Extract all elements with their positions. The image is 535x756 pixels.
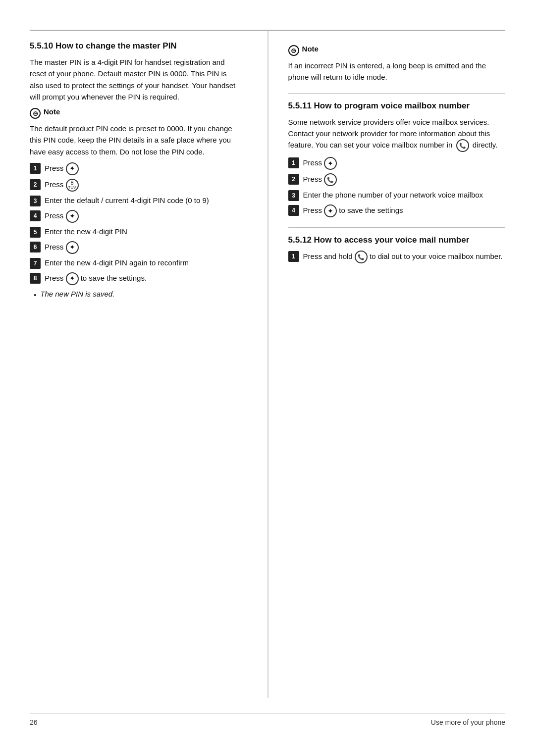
step-content-512-1: Press and hold 📞 to dial out to your voi… <box>303 251 505 263</box>
note-title-511-top: Note <box>302 45 319 53</box>
step-510-6: 6 Press ✦ <box>30 241 238 254</box>
step-510-2: 2 Press 8TUV <box>30 179 238 192</box>
step-510-1: 1 Press ✦ <box>30 162 238 175</box>
step-512-1: 1 Press and hold 📞 to dial out to your v… <box>288 251 505 263</box>
note-content-510: Note <box>44 107 60 116</box>
step-content-510-6: Press ✦ <box>45 241 238 254</box>
page-number: 26 <box>30 718 38 726</box>
step-510-3: 3 Enter the default / current 4-digit PI… <box>30 195 238 206</box>
section-511-intro: Some network service providers offer voi… <box>288 116 505 152</box>
section-label: Use more of your phone <box>431 718 505 726</box>
note-box-511-top: ⊝ Note <box>288 45 505 56</box>
note-icon-511-top: ⊝ <box>288 45 299 56</box>
step-content-511-4: Press ✦ to save the settings <box>303 204 505 217</box>
step-content-510-5: Enter the new 4-digit PIN <box>45 226 238 238</box>
bullet-item-510: • The new PIN is saved. <box>34 289 238 301</box>
step-num-510-8: 8 <box>30 273 41 284</box>
step-510-5: 5 Enter the new 4-digit PIN <box>30 226 238 238</box>
step-num-512-1: 1 <box>288 251 299 262</box>
step-num-511-3: 3 <box>288 190 299 201</box>
step-510-7: 7 Enter the new 4-digit PIN again to rec… <box>30 257 238 269</box>
mailbox-icon-511-2: 📞 <box>324 173 337 186</box>
section-510-intro: The master PIN is a 4-digit PIN for hand… <box>30 56 238 102</box>
step-content-510-8: Press ✦ to save the settings. <box>45 272 238 285</box>
step-num-511-4: 4 <box>288 205 299 216</box>
step-content-510-2: Press 8TUV <box>45 179 238 192</box>
step-511-4: 4 Press ✦ to save the settings <box>288 204 505 217</box>
section-divider-511 <box>288 93 505 94</box>
nav-icon-6: ✦ <box>66 241 79 254</box>
nav-icon-1: ✦ <box>66 162 79 175</box>
note-title-510: Note <box>44 107 60 116</box>
nav-icon-511-4: ✦ <box>324 204 337 217</box>
step-content-510-3: Enter the default / current 4-digit PIN … <box>45 195 238 206</box>
icon-8-key: 8TUV <box>66 179 79 192</box>
note-box-510: ⊝ Note <box>30 107 238 119</box>
bullet-text-510: The new PIN is saved. <box>40 289 114 300</box>
step-num-511-1: 1 <box>288 157 299 168</box>
section-511-heading: 5.5.11 How to program voice mailbox numb… <box>288 101 505 111</box>
left-column: 5.5.10 How to change the master PIN The … <box>30 31 258 698</box>
nav-icon-8: ✦ <box>66 272 79 285</box>
page-footer: 26 Use more of your phone <box>30 713 505 726</box>
bullet-dot: • <box>34 290 36 301</box>
step-510-4: 4 Press ✦ <box>30 210 238 223</box>
nav-icon-4: ✦ <box>66 210 79 223</box>
step-content-511-2: Press 📞 <box>303 173 505 186</box>
page: 5.5.10 How to change the master PIN The … <box>0 0 535 756</box>
step-list-512: 1 Press and hold 📞 to dial out to your v… <box>288 251 505 263</box>
step-510-8: 8 Press ✦ to save the settings. <box>30 272 238 285</box>
mailbox-icon-512-1: 📞 <box>355 251 368 263</box>
step-511-2: 2 Press 📞 <box>288 173 505 186</box>
step-num-510-5: 5 <box>30 227 41 238</box>
bullet-list-510: • The new PIN is saved. <box>34 289 238 301</box>
step-num-510-2: 2 <box>30 179 41 190</box>
step-num-510-7: 7 <box>30 258 41 269</box>
nav-icon-511-1: ✦ <box>324 157 337 170</box>
step-content-511-1: Press ✦ <box>303 157 505 170</box>
section-511-intro2: directly. <box>473 141 498 149</box>
step-content-510-1: Press ✦ <box>45 162 238 175</box>
step-list-510: 1 Press ✦ 2 Press 8TUV 3 Enter the defau… <box>30 162 238 285</box>
note-text-511-top: If an incorrect PIN is entered, a long b… <box>288 60 505 83</box>
step-content-510-7: Enter the new 4-digit PIN again to recon… <box>45 257 238 269</box>
mailbox-icon-intro: 📞 <box>456 139 469 152</box>
section-512-heading: 5.5.12 How to access your voice mail num… <box>288 235 505 246</box>
note-icon-510: ⊝ <box>30 108 41 119</box>
right-column: ⊝ Note If an incorrect PIN is entered, a… <box>278 31 505 698</box>
step-content-511-3: Enter the phone number of your network v… <box>303 190 505 201</box>
step-511-1: 1 Press ✦ <box>288 157 505 170</box>
note-text-510: The default product PIN code is preset t… <box>30 123 238 157</box>
section-510-heading: 5.5.10 How to change the master PIN <box>30 41 238 51</box>
section-divider-512 <box>288 227 505 228</box>
step-content-510-4: Press ✦ <box>45 210 238 223</box>
note-content-511-top: Note <box>302 45 319 53</box>
columns: 5.5.10 How to change the master PIN The … <box>30 31 505 698</box>
step-511-3: 3 Enter the phone number of your network… <box>288 190 505 201</box>
step-num-510-4: 4 <box>30 210 41 221</box>
step-list-511: 1 Press ✦ 2 Press 📞 3 Enter the phone nu… <box>288 157 505 217</box>
step-num-510-1: 1 <box>30 163 41 174</box>
step-num-511-2: 2 <box>288 174 299 185</box>
column-divider <box>268 31 268 698</box>
step-num-510-3: 3 <box>30 196 41 206</box>
step-num-510-6: 6 <box>30 242 41 252</box>
